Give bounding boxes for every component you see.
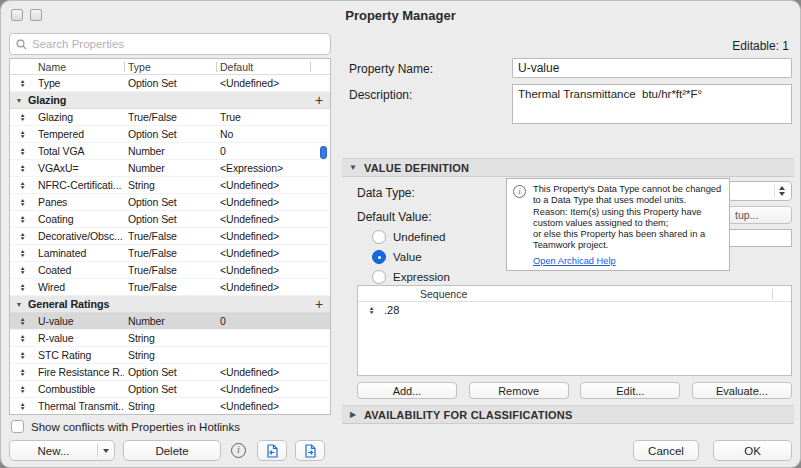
- cell-default: <Undefined>: [216, 400, 330, 412]
- property-row[interactable]: ▲▼Decorative/Obsc...True/False<Undefined…: [10, 228, 330, 245]
- collapse-triangle-icon[interactable]: ▼: [10, 301, 28, 308]
- group-row[interactable]: ▼General Ratings+: [10, 296, 330, 313]
- hotlinks-conflicts-label: Show conflicts with Properties in Hotlin…: [31, 421, 240, 433]
- open-archicad-help-link[interactable]: Open Archicad Help: [533, 256, 723, 266]
- cancel-button[interactable]: Cancel: [633, 440, 699, 461]
- export-properties-icon: [302, 443, 318, 459]
- property-row[interactable]: ▲▼U-valueNumber0: [10, 313, 330, 330]
- evaluate-button[interactable]: Evaluate...: [692, 382, 792, 399]
- radio-undefined[interactable]: Undefined: [372, 227, 450, 247]
- value-definition-section-header[interactable]: ▼ VALUE DEFINITION: [342, 158, 794, 177]
- property-name-input[interactable]: [512, 58, 792, 78]
- description-input[interactable]: Thermal Transmittance btu/hr*ft²*F°: [512, 84, 792, 124]
- sort-handle-icon[interactable]: ▲▼: [10, 79, 34, 88]
- table-header: Name Type Default: [10, 59, 330, 75]
- sort-handle-icon[interactable]: ▲▼: [10, 130, 34, 139]
- info-line: to a Data Type that uses model units.: [533, 195, 723, 206]
- add-button[interactable]: Add...: [357, 382, 457, 399]
- sort-handle-icon[interactable]: ▲▼: [358, 306, 384, 315]
- sort-handle-icon[interactable]: ▲▼: [10, 317, 34, 326]
- property-row[interactable]: ▲▼VGAxU=Number<Expression>: [10, 160, 330, 177]
- property-row[interactable]: ▲▼CoatedTrue/False<Undefined>: [10, 262, 330, 279]
- properties-table: Name Type Default ▲▼TypeOption Set<Undef…: [9, 58, 331, 415]
- info-line: Reason: Item(s) using this Property have: [533, 207, 723, 218]
- add-property-icon[interactable]: +: [308, 92, 330, 108]
- property-row[interactable]: ▲▼PanesOption Set<Undefined>: [10, 194, 330, 211]
- expand-triangle-icon[interactable]: ▶: [342, 410, 364, 419]
- property-row[interactable]: ▲▼Thermal Transmit...String<Undefined>: [10, 398, 330, 415]
- search-input[interactable]: [32, 38, 324, 50]
- group-row[interactable]: ▼Glazing+: [10, 92, 330, 109]
- property-row[interactable]: ▲▼CoatingOption Set<Undefined>: [10, 211, 330, 228]
- delete-button[interactable]: Delete: [123, 440, 221, 461]
- property-row[interactable]: ▲▼TemperedOption SetNo: [10, 126, 330, 143]
- radio-icon[interactable]: [372, 270, 386, 284]
- property-row[interactable]: ▲▼CombustibleOption Set<Undefined>: [10, 381, 330, 398]
- sort-handle-icon[interactable]: ▲▼: [10, 351, 34, 360]
- collapse-triangle-icon[interactable]: ▼: [342, 163, 364, 172]
- cell-name: Total VGA: [34, 145, 124, 157]
- radio-expression[interactable]: Expression: [372, 267, 450, 287]
- window-title: Property Manager: [1, 8, 800, 23]
- sort-handle-icon[interactable]: ▲▼: [10, 164, 34, 173]
- sort-handle-icon[interactable]: ▲▼: [10, 232, 34, 241]
- import-properties-icon: [264, 443, 280, 459]
- scrollbar-thumb[interactable]: [320, 146, 327, 159]
- property-row[interactable]: ▲▼GlazingTrue/FalseTrue: [10, 109, 330, 126]
- sort-handle-icon[interactable]: ▲▼: [10, 385, 34, 394]
- cell-type: String: [124, 400, 216, 412]
- import-properties-button[interactable]: [257, 440, 287, 461]
- property-row[interactable]: ▲▼R-valueString: [10, 330, 330, 347]
- property-row[interactable]: ▲▼Total VGANumber0: [10, 143, 330, 160]
- new-button[interactable]: New...: [9, 440, 115, 461]
- ok-button[interactable]: OK: [713, 440, 792, 461]
- setup-button[interactable]: tup...: [728, 206, 792, 224]
- data-type-dropdown[interactable]: [728, 181, 792, 201]
- cell-default: <Undefined>: [216, 230, 330, 242]
- property-row[interactable]: ▲▼WiredTrue/False<Undefined>: [10, 279, 330, 296]
- column-header-type[interactable]: Type: [124, 59, 216, 75]
- sort-handle-icon[interactable]: ▲▼: [10, 113, 34, 122]
- sequence-column-header[interactable]: Sequence: [358, 286, 791, 302]
- edit-button[interactable]: Edit...: [580, 382, 680, 399]
- sort-handle-icon[interactable]: ▲▼: [10, 266, 34, 275]
- radio-icon[interactable]: [372, 250, 386, 264]
- property-row[interactable]: ▲▼LaminatedTrue/False<Undefined>: [10, 245, 330, 262]
- group-name: Glazing: [28, 94, 308, 106]
- sort-handle-icon[interactable]: ▲▼: [10, 147, 34, 156]
- add-property-icon[interactable]: +: [308, 296, 330, 312]
- sort-handle-icon[interactable]: ▲▼: [10, 249, 34, 258]
- property-row[interactable]: ▲▼NFRC-Certificati...String<Undefined>: [10, 177, 330, 194]
- info-icon[interactable]: [231, 443, 246, 458]
- editable-status: Editable: 1: [732, 39, 789, 53]
- default-value-input[interactable]: [728, 229, 792, 247]
- export-properties-button[interactable]: [295, 440, 325, 461]
- property-row[interactable]: ▲▼STC RatingString: [10, 347, 330, 364]
- sort-handle-icon[interactable]: ▲▼: [10, 181, 34, 190]
- sort-handle-icon[interactable]: ▲▼: [10, 283, 34, 292]
- radio-label: Expression: [393, 271, 450, 283]
- property-row[interactable]: ▲▼TypeOption Set<Undefined>: [10, 75, 330, 92]
- column-header-default[interactable]: Default: [216, 59, 310, 75]
- hotlinks-conflicts-checkbox[interactable]: [11, 420, 24, 433]
- property-name-label: Property Name:: [349, 62, 433, 76]
- sort-handle-icon[interactable]: ▲▼: [10, 215, 34, 224]
- cell-type: True/False: [124, 111, 216, 123]
- availability-section-header[interactable]: ▶ AVAILABILITY FOR CLASSIFICATIONS: [342, 405, 794, 424]
- collapse-triangle-icon[interactable]: ▼: [10, 97, 28, 104]
- cell-type: String: [124, 179, 216, 191]
- search-field[interactable]: [9, 33, 331, 55]
- remove-button[interactable]: Remove: [469, 382, 569, 399]
- radio-value[interactable]: Value: [372, 247, 450, 267]
- sort-handle-icon[interactable]: ▲▼: [10, 198, 34, 207]
- cell-type: True/False: [124, 281, 216, 293]
- sort-handle-icon[interactable]: ▲▼: [10, 368, 34, 377]
- sort-handle-icon[interactable]: ▲▼: [10, 402, 34, 411]
- column-header-name[interactable]: Name: [34, 59, 124, 75]
- radio-icon[interactable]: [372, 230, 386, 244]
- sort-handle-icon[interactable]: ▲▼: [10, 334, 34, 343]
- cell-default: <Undefined>: [216, 366, 330, 378]
- property-row[interactable]: ▲▼Fire Resistance R...Option Set<Undefin…: [10, 364, 330, 381]
- sequence-row[interactable]: ▲▼.28: [358, 302, 791, 318]
- cell-default: <Undefined>: [216, 213, 330, 225]
